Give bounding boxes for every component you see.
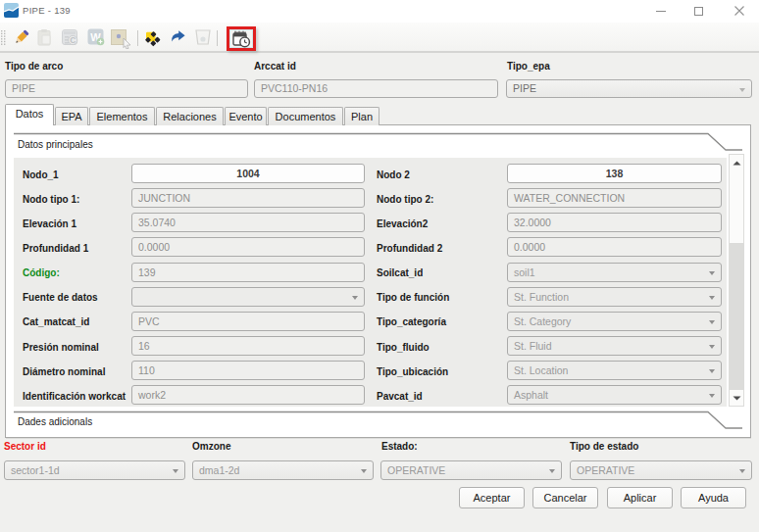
svg-text:C: C xyxy=(70,35,76,45)
